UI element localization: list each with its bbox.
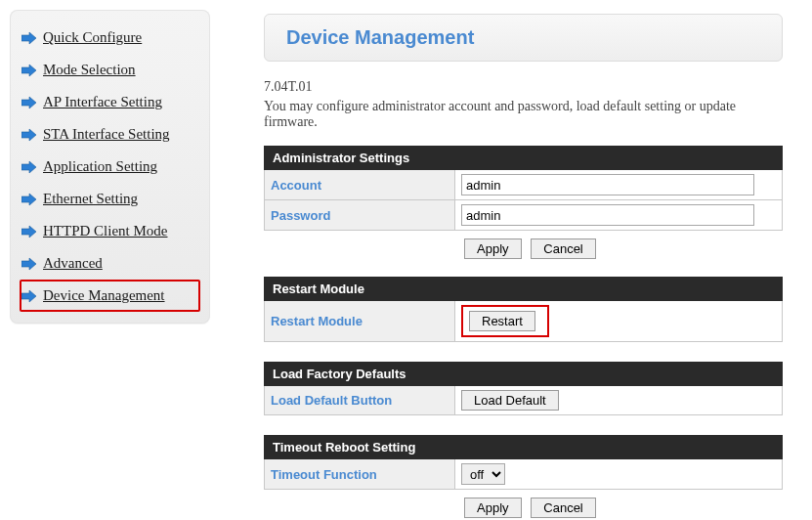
account-input[interactable] — [461, 174, 754, 195]
arrow-right-icon — [21, 31, 37, 45]
administrator-settings-section: Administrator Settings Account Password — [264, 146, 783, 231]
timeout-function-select[interactable]: off — [461, 463, 505, 485]
page-title: Device Management — [286, 26, 760, 49]
timeout-apply-button[interactable]: Apply — [464, 498, 522, 518]
arrow-right-icon — [21, 128, 37, 142]
sidebar-item-application-setting[interactable]: Application Setting — [20, 151, 200, 183]
sidebar-item-ap-interface[interactable]: AP Interface Setting — [20, 86, 200, 118]
page-description: You may configure administrator account … — [264, 99, 783, 130]
password-input[interactable] — [461, 204, 754, 226]
load-default-label: Load Default Button — [265, 386, 455, 415]
factory-defaults-section: Load Factory Defaults Load Default Butto… — [264, 362, 783, 415]
sidebar-item-device-management[interactable]: Device Management — [20, 280, 200, 312]
admin-cancel-button[interactable]: Cancel — [531, 238, 595, 259]
sidebar-item-httpd-client-mode[interactable]: HTTPD Client Mode — [20, 215, 200, 247]
sidebar: Quick Configure Mode Selection AP Interf… — [10, 10, 210, 324]
restart-highlight: Restart — [461, 305, 549, 337]
sidebar-item-label[interactable]: HTTPD Client Mode — [43, 223, 168, 239]
sidebar-item-ethernet-setting[interactable]: Ethernet Setting — [20, 183, 200, 215]
version-text: 7.04T.01 — [264, 79, 783, 95]
restart-button[interactable]: Restart — [469, 311, 535, 331]
sidebar-item-label[interactable]: Device Management — [43, 287, 165, 304]
sidebar-item-advanced[interactable]: Advanced — [20, 247, 200, 280]
arrow-right-icon — [21, 64, 37, 77]
restart-module-section: Restart Module Restart Module Restart — [264, 277, 783, 342]
load-default-button[interactable]: Load Default — [461, 390, 559, 411]
section-header: Timeout Reboot Setting — [265, 436, 783, 459]
arrow-right-icon — [21, 257, 37, 271]
admin-button-row: Apply Cancel — [264, 238, 783, 259]
sidebar-item-label[interactable]: Mode Selection — [43, 62, 136, 78]
sidebar-item-label[interactable]: STA Interface Setting — [43, 126, 170, 143]
restart-label: Restart Module — [265, 301, 455, 342]
title-panel: Device Management — [264, 14, 783, 62]
main-content: Device Management 7.04T.01 You may confi… — [210, 0, 812, 520]
sidebar-item-sta-interface[interactable]: STA Interface Setting — [20, 118, 200, 151]
sidebar-item-label[interactable]: Advanced — [43, 255, 103, 272]
account-label: Account — [265, 170, 455, 200]
timeout-button-row: Apply Cancel — [264, 498, 783, 518]
sidebar-item-label[interactable]: Ethernet Setting — [43, 191, 138, 207]
sidebar-item-label[interactable]: AP Interface Setting — [43, 94, 162, 110]
sidebar-item-mode-selection[interactable]: Mode Selection — [20, 54, 200, 86]
arrow-right-icon — [21, 193, 37, 206]
arrow-right-icon — [21, 225, 37, 238]
arrow-right-icon — [21, 289, 37, 303]
section-header: Administrator Settings — [265, 147, 783, 170]
sidebar-item-label[interactable]: Application Setting — [43, 158, 157, 175]
sidebar-item-label[interactable]: Quick Configure — [43, 29, 142, 46]
timeout-cancel-button[interactable]: Cancel — [531, 498, 595, 518]
password-label: Password — [265, 200, 455, 231]
section-header: Load Factory Defaults — [265, 363, 783, 386]
arrow-right-icon — [21, 96, 37, 109]
timeout-function-label: Timeout Function — [265, 459, 455, 490]
section-header: Restart Module — [265, 278, 783, 301]
arrow-right-icon — [21, 160, 37, 174]
sidebar-item-quick-configure[interactable]: Quick Configure — [20, 22, 200, 54]
admin-apply-button[interactable]: Apply — [464, 238, 522, 259]
timeout-reboot-section: Timeout Reboot Setting Timeout Function … — [264, 435, 783, 490]
